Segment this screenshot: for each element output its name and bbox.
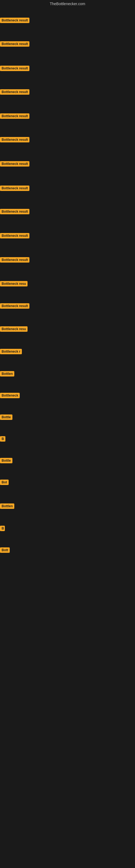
bottleneck-item-3: Bottleneck result bbox=[0, 66, 30, 72]
bottleneck-item-17: Bottleneck bbox=[0, 393, 20, 399]
bottleneck-badge-22: Bottlen bbox=[0, 503, 14, 509]
bottleneck-badge-1: Bottleneck result bbox=[0, 18, 30, 23]
bottleneck-item-24: Bott bbox=[0, 547, 10, 554]
bottleneck-badge-6: Bottleneck result bbox=[0, 137, 30, 143]
site-title: TheBottlenecker.com bbox=[0, 0, 135, 8]
bottleneck-item-1: Bottleneck result bbox=[0, 18, 30, 24]
bottleneck-item-14: Bottleneck resu bbox=[0, 326, 28, 333]
bottleneck-badge-4: Bottleneck result bbox=[0, 89, 30, 95]
items-container: Bottleneck resultBottleneck resultBottle… bbox=[0, 8, 135, 865]
bottleneck-item-15: Bottleneck r bbox=[0, 349, 22, 355]
bottleneck-item-13: Bottleneck result bbox=[0, 303, 30, 310]
bottleneck-badge-15: Bottleneck r bbox=[0, 349, 22, 354]
bottleneck-badge-2: Bottleneck result bbox=[0, 41, 30, 46]
bottleneck-badge-23: B bbox=[0, 526, 5, 531]
bottleneck-badge-5: Bottleneck result bbox=[0, 113, 30, 119]
bottleneck-item-10: Bottleneck result bbox=[0, 233, 30, 240]
bottleneck-badge-13: Bottleneck result bbox=[0, 303, 30, 309]
bottleneck-item-20: Bottle bbox=[0, 458, 12, 464]
bottleneck-badge-17: Bottleneck bbox=[0, 393, 20, 398]
bottleneck-item-11: Bottleneck result bbox=[0, 257, 30, 264]
bottleneck-item-2: Bottleneck result bbox=[0, 41, 30, 48]
bottleneck-badge-9: Bottleneck result bbox=[0, 209, 30, 214]
bottleneck-badge-7: Bottleneck result bbox=[0, 161, 30, 166]
bottleneck-item-8: Bottleneck result bbox=[0, 186, 30, 192]
bottleneck-badge-24: Bott bbox=[0, 547, 10, 553]
bottleneck-item-4: Bottleneck result bbox=[0, 89, 30, 96]
bottleneck-item-19: B bbox=[0, 436, 5, 443]
bottleneck-badge-3: Bottleneck result bbox=[0, 66, 30, 71]
bottleneck-badge-14: Bottleneck resu bbox=[0, 326, 28, 332]
bottleneck-badge-19: B bbox=[0, 436, 5, 442]
bottleneck-badge-21: Bot bbox=[0, 479, 9, 485]
bottleneck-item-7: Bottleneck result bbox=[0, 161, 30, 167]
bottleneck-item-22: Bottlen bbox=[0, 503, 14, 510]
bottleneck-item-16: Bottlen bbox=[0, 371, 14, 378]
bottleneck-badge-16: Bottlen bbox=[0, 371, 14, 376]
bottleneck-badge-12: Bottleneck resu bbox=[0, 281, 28, 286]
bottleneck-badge-20: Bottle bbox=[0, 458, 12, 463]
bottleneck-badge-8: Bottleneck result bbox=[0, 186, 30, 191]
bottleneck-badge-10: Bottleneck result bbox=[0, 233, 30, 239]
bottleneck-item-5: Bottleneck result bbox=[0, 113, 30, 120]
bottleneck-item-21: Bot bbox=[0, 479, 9, 486]
bottleneck-item-23: B bbox=[0, 526, 5, 532]
bottleneck-item-6: Bottleneck result bbox=[0, 137, 30, 144]
bottleneck-badge-18: Bottle bbox=[0, 414, 12, 420]
bottleneck-item-9: Bottleneck result bbox=[0, 209, 30, 215]
bottleneck-badge-11: Bottleneck result bbox=[0, 257, 30, 262]
bottleneck-item-12: Bottleneck resu bbox=[0, 281, 28, 287]
bottleneck-item-18: Bottle bbox=[0, 414, 12, 421]
